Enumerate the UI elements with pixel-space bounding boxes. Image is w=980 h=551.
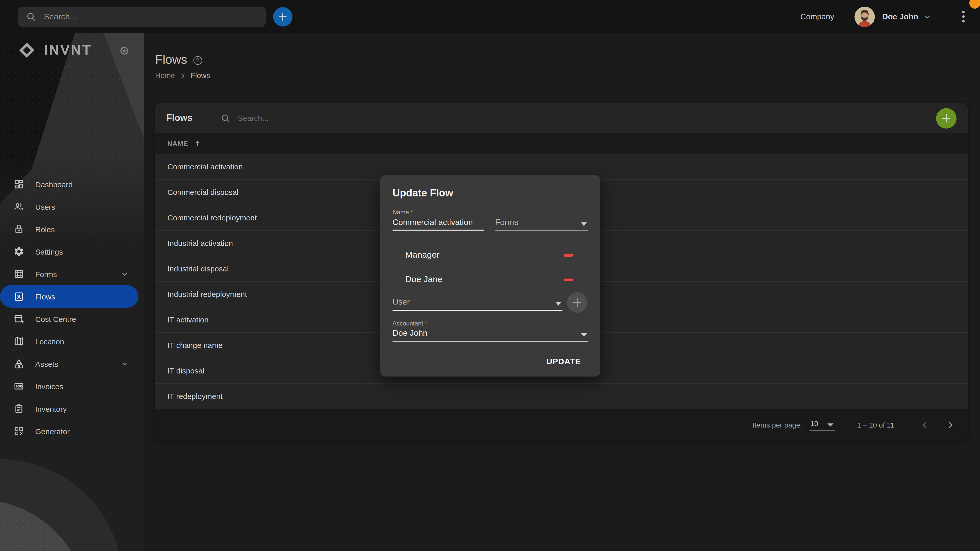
cost-centre-icon [13,313,24,324]
divider [207,110,207,127]
page-head: Flows ? Home Flows [155,52,210,79]
breadcrumb: Home Flows [155,71,210,79]
sidebar-item-label: Invoices [35,382,63,391]
user-menu-chevron-down-icon[interactable] [923,13,932,21]
sidebar-nav: Dashboard Users [0,173,144,442]
map-icon [13,336,24,347]
plus-icon [277,11,288,22]
page-title: Flows [155,52,187,67]
assets-shapes-icon [13,358,24,369]
user-select[interactable]: User [393,293,563,311]
dialog-title: Update Flow [393,187,453,199]
brand-logo: INVNT [18,40,92,60]
sidebar-item-settings[interactable]: Settings [0,240,144,263]
remove-member-button[interactable] [560,248,576,263]
user-avatar[interactable] [855,6,875,27]
column-header-name[interactable]: NAME [167,140,188,147]
sidebar-item-forms[interactable]: Forms [0,263,144,285]
dashboard-icon [13,179,24,190]
form-select-value: Forms [495,218,581,230]
sidebar-item-label: Users [35,202,55,211]
items-per-page-value: 10 [810,419,818,427]
avatar-illustration [855,6,875,27]
update-button[interactable]: UPDATE [546,357,581,366]
name-field-label: Name * [393,209,413,216]
lock-icon [13,224,24,235]
global-search-input[interactable] [44,12,258,21]
search-icon [221,113,231,123]
form-select[interactable]: Forms [495,217,588,230]
sidebar-toggle[interactable] [121,47,128,55]
global-add-button[interactable] [273,7,293,26]
sidebar-item-label: Flows [35,292,55,301]
sidebar-item-roles[interactable]: Roles [0,218,144,240]
update-flow-dialog: Update Flow Name * Forms Manager Doe Jan… [380,175,600,376]
sort-ascending-icon[interactable] [193,139,201,148]
table-footer: Items per page: 10 1 – 10 of 11 [155,409,968,441]
add-user-button[interactable] [567,292,587,313]
chevron-down-icon [121,360,129,368]
search-icon [26,11,36,22]
chevron-down-icon [121,270,129,278]
caret-down-icon [827,424,834,427]
accountant-select-value: Doe John [393,329,581,341]
minus-icon [563,278,573,281]
table-search[interactable] [221,113,391,123]
table-header-row: NAME [155,133,968,154]
forms-grid-icon [13,268,24,279]
items-per-page-label: Items per page: [752,421,802,429]
company-link[interactable]: Company [800,12,834,21]
card-title: Flows [166,113,192,124]
add-flow-button[interactable] [936,108,956,128]
sidebar-item-label: Roles [35,225,55,233]
money-icon [13,381,24,392]
next-page-button[interactable] [943,418,958,432]
sidebar-item-flows[interactable]: Flows [0,285,138,308]
member-name: Doe Jane [405,275,442,285]
name-field [393,217,484,230]
qr-code-icon [13,426,24,437]
flows-badge-icon [13,291,24,302]
plus-icon [940,112,953,124]
help-icon[interactable]: ? [193,56,202,65]
sidebar-item-label: Generator [35,427,70,435]
sidebar-item-label: Assets [35,359,58,368]
accountant-select[interactable]: Doe John [393,328,588,342]
sidebar-item-assets[interactable]: Assets [0,353,144,375]
sidebar-item-users[interactable]: Users [0,195,144,218]
caret-down-icon [581,333,587,337]
global-search[interactable] [18,6,266,27]
sidebar-item-inventory[interactable]: Inventory [0,397,144,420]
sidebar-item-label: Dashboard [35,180,73,189]
sidebar-item-label: Cost Centre [35,314,76,323]
topbar: Company Doe John [0,0,980,33]
brand-name: INVNT [44,42,92,58]
items-per-page-select[interactable]: 10 [809,419,835,430]
sidebar: INVNT Dashboard [0,33,144,551]
table-search-input[interactable] [238,114,391,122]
sidebar-item-label: Location [35,337,64,346]
user-select-placeholder: User [393,297,555,310]
table-row[interactable]: IT redeployment [155,383,968,409]
sidebar-item-cost-centre[interactable]: Cost Centre [0,308,144,330]
sidebar-item-dashboard[interactable]: Dashboard [0,173,144,195]
minus-icon [563,254,573,256]
clipboard-icon [13,403,24,414]
accountant-field-label: Accountant * [393,320,427,327]
caret-down-icon [555,302,562,306]
chevron-right-icon [180,72,186,79]
breadcrumb-home-link[interactable]: Home [155,71,175,79]
user-name[interactable]: Doe John [882,12,918,21]
remove-member-button[interactable] [560,272,576,287]
sidebar-item-location[interactable]: Location [0,330,144,353]
sidebar-item-generator[interactable]: Generator [0,420,144,442]
kebab-menu-icon[interactable] [960,9,967,24]
sidebar-item-label: Inventory [35,404,67,413]
gear-icon [13,246,24,257]
card-header: Flows [155,103,968,133]
name-input[interactable] [393,218,484,230]
sidebar-item-invoices[interactable]: Invoices [0,375,144,397]
sidebar-item-label: Settings [35,247,63,256]
previous-page-button[interactable] [918,418,932,432]
app-screen: Company Doe John [0,0,980,551]
